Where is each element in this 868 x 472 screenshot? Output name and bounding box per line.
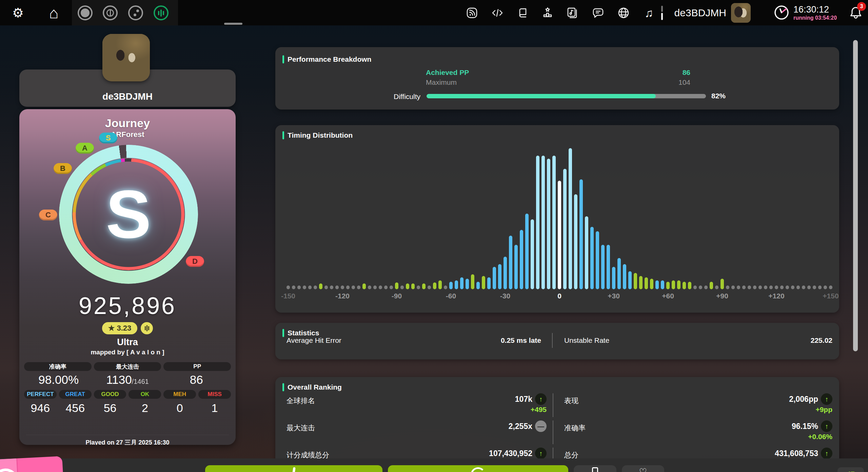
ruleset-taiko-button[interactable] [102, 4, 119, 21]
beatmap-artist: ARForest [19, 130, 236, 139]
histogram-bar [493, 267, 496, 289]
scrollbar[interactable] [853, 40, 858, 351]
histogram-bar [346, 286, 350, 289]
histogram-bar [536, 156, 539, 289]
histogram-bar [758, 286, 762, 289]
now-playing-button[interactable]: ♫ [642, 0, 656, 25]
accent-bar [282, 383, 284, 391]
histogram-bar [476, 282, 480, 289]
ranking-value: 96.15% [792, 422, 818, 431]
histogram-bar [704, 286, 708, 289]
accuracy-value: 98.00% [24, 373, 93, 387]
ranking-delta: +0.06% [808, 433, 832, 441]
accent-bar [282, 329, 284, 337]
histogram-bar [417, 286, 420, 289]
unstable-rate-value: 225.02 [765, 336, 832, 345]
wiki-button[interactable] [515, 0, 530, 25]
download-replay-button[interactable] [205, 465, 382, 472]
changelog-button[interactable] [490, 0, 505, 25]
dashboard-button[interactable] [616, 0, 631, 25]
histogram-bar [585, 216, 588, 289]
back-button[interactable] [0, 456, 63, 472]
ruleset-mania-button[interactable] [153, 4, 170, 21]
pp-header: PP [163, 362, 231, 371]
histogram-bar [308, 286, 312, 289]
histogram-bar [655, 280, 659, 289]
difficulty-label: Difficulty [353, 93, 420, 101]
rankings-button[interactable] [540, 0, 555, 25]
retry-button[interactable] [388, 465, 568, 472]
ruleset-osu-button[interactable] [77, 4, 94, 21]
user-avatar-button[interactable] [731, 3, 751, 23]
histogram-bar [314, 286, 317, 289]
user-button[interactable]: de3BDJMH [674, 0, 726, 25]
unstable-rate-label: Unstable Rate [564, 336, 609, 345]
histogram-bar [400, 286, 404, 289]
ruleset-catch-button[interactable] [127, 4, 144, 21]
star-rating-value: 3.23 [117, 324, 131, 333]
histogram-bar [748, 286, 751, 289]
histogram-bar [552, 156, 556, 289]
collection-button[interactable] [574, 465, 616, 472]
histogram-bar [428, 286, 431, 289]
histogram-bar [362, 283, 366, 290]
home-button[interactable]: ⌂ [45, 0, 62, 25]
mania-mode-badge [141, 322, 153, 334]
difficulty-percent: 82% [711, 92, 726, 100]
judgement-value: 0 [177, 401, 183, 415]
histogram-bar [411, 283, 415, 290]
played-on-text: Played on 27 三月 2025 16:30 [26, 435, 229, 445]
chat-button[interactable] [591, 0, 606, 25]
timing-title: Timing Distribution [288, 131, 353, 139]
histogram-bar [645, 277, 648, 289]
histogram-bar [601, 245, 605, 289]
ranking-cell: 最大连击2,255x— [287, 420, 547, 441]
histogram-bar [444, 286, 447, 289]
settings-button[interactable]: ⚙ [10, 0, 26, 25]
no-change-icon: — [535, 420, 547, 432]
stat-headers: 准确率 最大连击 PP [24, 362, 231, 371]
achieved-pp-label: Achieved PP [426, 68, 469, 77]
histogram-bar [693, 286, 697, 289]
fps-counter: 47 [837, 467, 864, 472]
grade-badge-c: C [39, 210, 57, 220]
difficulty-name: Ultra [19, 337, 236, 348]
ranking-cell: 全球排名107k↑+495 [287, 393, 547, 414]
score-panel: Journey ARForest SABCD S 925,896 ★ 3.23 … [19, 109, 236, 445]
histogram-bar [390, 286, 393, 289]
statistics-title: Statistics [288, 329, 319, 337]
overall-ranking-panel: Overall Ranking 全球排名107k↑+495表现2,006pp↑+… [275, 377, 839, 472]
histogram-bar [287, 286, 290, 289]
histogram-bar [525, 214, 529, 289]
histogram-bar [292, 286, 295, 289]
taiko-icon [103, 5, 118, 20]
histogram-bar [590, 227, 594, 289]
judgement-value: 1 [212, 401, 218, 415]
notifications-button[interactable]: 3 [848, 5, 863, 20]
time-text: 16:30:12 [793, 5, 837, 15]
histogram-bar [558, 181, 561, 289]
player-avatar[interactable] [102, 34, 150, 81]
histogram-bar [710, 282, 713, 289]
max-combo-value: 1130/1461 [93, 373, 162, 387]
news-button[interactable] [465, 0, 479, 25]
timing-axis: -150-120-90-60-300+30+60+90+120+150 [287, 292, 832, 301]
avg-hit-error-label: Average Hit Error [287, 336, 341, 345]
clock-button[interactable]: 16:30:12 running 03:54:20 [774, 5, 837, 21]
volume-indicator[interactable] [661, 6, 663, 20]
timing-distribution-panel: Timing Distribution -150-120-90-60-300+3… [275, 125, 839, 313]
maximum-pp-label: Maximum [426, 78, 457, 86]
ranking-label: 准确率 [564, 420, 586, 441]
heart-icon: ♡ [639, 467, 647, 472]
histogram-bar [796, 286, 800, 289]
histogram-bar [449, 282, 453, 289]
statistics-panel: Statistics Average Hit Error 0.25 ms lat… [275, 323, 839, 359]
histogram-bar [764, 286, 767, 289]
ranking-value: 2,006pp [789, 395, 818, 404]
beatmap-listing-button[interactable] [565, 0, 580, 25]
up-arrow-icon: ↑ [821, 393, 832, 405]
favourite-button[interactable]: ♡ [622, 465, 664, 472]
histogram-bar [498, 264, 501, 290]
osu-icon [78, 5, 93, 20]
histogram-bar [303, 286, 306, 289]
